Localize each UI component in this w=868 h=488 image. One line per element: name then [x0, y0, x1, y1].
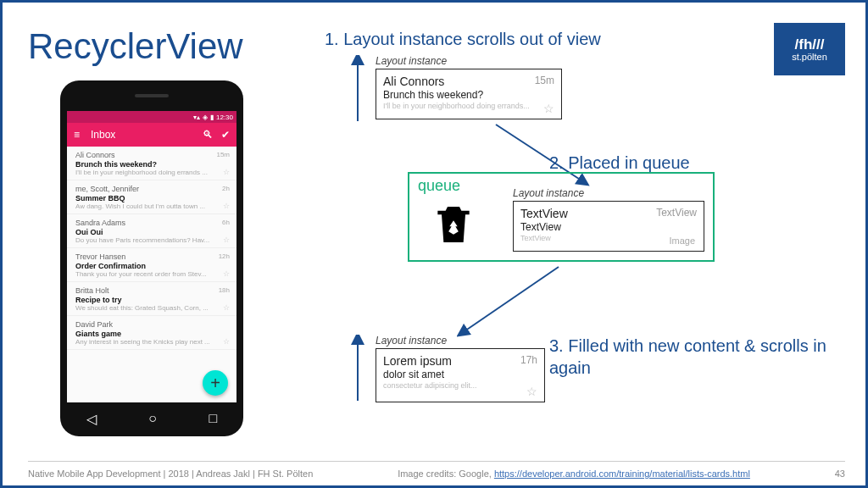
- star-icon[interactable]: ☆: [223, 168, 230, 176]
- arrow-from-queue-icon: [457, 263, 567, 340]
- star-icon[interactable]: ☆: [223, 236, 230, 244]
- row-time: 2h: [222, 185, 230, 192]
- card2-ml: TextView: [520, 221, 697, 233]
- row-time: 6h: [222, 219, 230, 226]
- row-subject: Order Confirmation: [75, 262, 228, 270]
- list-item[interactable]: Trevor HansenOrder ConfirmationThank you…: [67, 248, 236, 282]
- row-from: Sandra Adams: [75, 219, 228, 227]
- star-icon[interactable]: ☆: [223, 303, 230, 312]
- card3-name: Lorem ipsum: [383, 354, 452, 368]
- row-from: me, Scott, Jennifer: [75, 185, 228, 193]
- row-from: David Park: [75, 320, 228, 329]
- list-item[interactable]: Britta HoltRecipe to tryWe should eat th…: [67, 282, 236, 316]
- row-subject: Recipe to try: [75, 296, 228, 304]
- search-icon[interactable]: 🔍︎: [203, 129, 213, 141]
- star-icon[interactable]: ☆: [223, 337, 230, 346]
- row-subject: Brunch this weekend?: [75, 160, 228, 169]
- row-subject: Oui Oui: [75, 228, 228, 236]
- signal-icon: ▾▴: [193, 114, 200, 121]
- phone-frame: ▾▴ ◈ ▮ 12:30 ≡ Inbox 🔍︎ ✔ Ali ConnorsBru…: [60, 80, 243, 436]
- layout-instance-card-3: Lorem ipsum 17h dolor sit amet consectet…: [376, 348, 545, 402]
- card1-subject: Brunch this weekend?: [383, 89, 554, 101]
- row-preview: We should eat this: Grated Squash, Corn,…: [75, 304, 228, 312]
- speaker-icon: [135, 94, 169, 97]
- step-1-label: 1. Layout instance scrolls out of view: [325, 30, 601, 49]
- list-item[interactable]: Sandra AdamsOui OuiDo you have Paris rec…: [67, 214, 236, 248]
- card1-time: 15m: [535, 75, 554, 88]
- divider: [28, 461, 845, 462]
- star-icon: ☆: [543, 102, 554, 115]
- row-preview: Do you have Paris recommendations? Hav..…: [75, 236, 228, 244]
- nav-back-icon[interactable]: ◁: [86, 411, 97, 427]
- phone-screen: ▾▴ ◈ ▮ 12:30 ≡ Inbox 🔍︎ ✔ Ali ConnorsBru…: [67, 111, 236, 402]
- check-icon[interactable]: ✔: [221, 129, 230, 141]
- fab-compose[interactable]: +: [203, 370, 228, 396]
- app-bar: ≡ Inbox 🔍︎ ✔: [67, 123, 236, 147]
- row-subject: Giants game: [75, 330, 228, 338]
- page-number: 43: [835, 469, 845, 479]
- footer-credit-prefix: Image credits: Google,: [398, 469, 494, 479]
- nav-recent-icon[interactable]: □: [209, 411, 218, 426]
- row-preview: Any interest in seeing the Knicks play n…: [75, 338, 228, 346]
- layout-instance-card-2: TextView TextView TextView TextView Imag…: [513, 201, 704, 252]
- card1-name: Ali Connors: [383, 75, 444, 88]
- logo-text-top: /fh///: [795, 36, 825, 53]
- footer-left: Native Mobile App Development | 2018 | A…: [28, 469, 313, 479]
- logo-text-bottom: st.pölten: [792, 52, 827, 62]
- footer: Native Mobile App Development | 2018 | A…: [28, 469, 845, 479]
- row-time: 15m: [216, 151, 230, 158]
- layout-instance-card-1: Ali Connors 15m Brunch this weekend? I'l…: [376, 69, 562, 119]
- star-icon: ☆: [526, 385, 537, 398]
- slide: RecyclerView /fh/// st.pölten 1. Layout …: [0, 0, 868, 488]
- star-icon[interactable]: ☆: [223, 269, 230, 278]
- footer-right: Image credits: Google, https://developer…: [398, 469, 750, 479]
- row-time: 12h: [219, 252, 230, 260]
- status-bar: ▾▴ ◈ ▮ 12:30: [67, 111, 236, 123]
- recycle-bin-icon: [430, 201, 477, 248]
- app-title: Inbox: [91, 129, 203, 141]
- list-item[interactable]: David ParkGiants gameAny interest in see…: [67, 316, 236, 350]
- card1-preview: I'll be in your neighborhood doing erran…: [383, 102, 554, 110]
- card3-subject: dolor sit amet: [383, 369, 537, 380]
- step-3-label: 3. Filled with new content & scrolls in …: [549, 335, 865, 379]
- nav-home-icon[interactable]: ○: [148, 411, 157, 426]
- battery-icon: ▮: [210, 114, 214, 121]
- footer-link[interactable]: https://developer.android.com/training/m…: [494, 469, 750, 479]
- nav-bar: ◁ ○ □: [60, 409, 243, 428]
- row-from: Britta Holt: [75, 286, 228, 295]
- row-from: Ali Connors: [75, 151, 228, 159]
- list-item[interactable]: me, Scott, JenniferSummer BBQAw dang. Wi…: [67, 180, 236, 214]
- hamburger-icon[interactable]: ≡: [74, 129, 84, 141]
- layout-instance-label-2: Layout instance: [513, 187, 584, 199]
- arrow-scroll-in-icon: [350, 335, 365, 404]
- status-time: 12:30: [216, 114, 233, 121]
- layout-instance-label-3: Layout instance: [376, 335, 447, 347]
- row-preview: I'll be in your neighborhood doing erran…: [75, 169, 228, 176]
- arrow-scroll-out-icon: [350, 55, 365, 125]
- queue-label: queue: [418, 177, 460, 195]
- star-icon[interactable]: ☆: [223, 202, 230, 210]
- svg-line-2: [462, 267, 559, 333]
- card2-br: Image: [669, 236, 695, 246]
- wifi-icon: ◈: [203, 114, 208, 121]
- row-from: Trevor Hansen: [75, 252, 228, 261]
- row-subject: Summer BBQ: [75, 194, 228, 202]
- card3-time: 17h: [520, 354, 537, 368]
- layout-instance-label-1: Layout instance: [376, 55, 447, 67]
- slide-title: RecyclerView: [28, 26, 243, 67]
- row-preview: Aw dang. Wish I could but I'm outta town…: [75, 202, 228, 210]
- card3-preview: consectetur adipiscing elit...: [383, 381, 537, 390]
- fh-logo: /fh/// st.pölten: [774, 23, 845, 75]
- email-list[interactable]: Ali ConnorsBrunch this weekend?I'll be i…: [67, 147, 236, 402]
- row-time: 18h: [219, 286, 230, 294]
- card2-tl: TextView: [520, 207, 568, 220]
- list-item[interactable]: Ali ConnorsBrunch this weekend?I'll be i…: [67, 147, 236, 180]
- card2-tr: TextView: [656, 207, 697, 220]
- row-preview: Thank you for your recent order from Ste…: [75, 270, 228, 278]
